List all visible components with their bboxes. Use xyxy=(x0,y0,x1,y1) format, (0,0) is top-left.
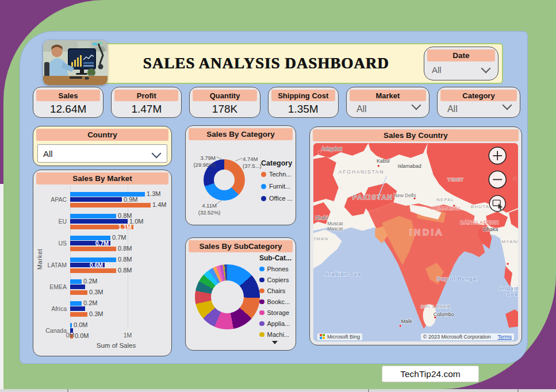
bar-segment[interactable]: 1.1M xyxy=(70,225,133,229)
kpi-label: Quantity xyxy=(193,90,256,101)
map-zoom-in-button[interactable] xyxy=(489,147,506,164)
map-label-afghanistan: AFGHANISTAN xyxy=(339,170,384,175)
bar-value-label: 0.7M xyxy=(95,240,109,247)
kpi-card-sales: Sales12.64M xyxy=(33,87,103,118)
market-category-label: US xyxy=(38,240,70,247)
bar-value-label: 1.1M xyxy=(118,224,132,230)
legend-item-techn[interactable]: Techn... xyxy=(261,171,293,178)
legend-item-furnit[interactable]: Furnit... xyxy=(261,183,293,190)
bar-value-label: 0.8M xyxy=(118,256,132,263)
legend-scroll-down-icon[interactable] xyxy=(272,341,278,344)
bar-value-label: 0.9M xyxy=(124,196,137,203)
bar-segment[interactable]: 0.9M xyxy=(70,197,122,202)
kpi-label: Profit xyxy=(114,90,178,101)
left-edge-strip xyxy=(0,184,3,389)
callout-furniture: 4.11M(32.52%) xyxy=(195,202,224,217)
sales-by-category-card: Sales By Category 3.79M(29.96%) 4.74M(37… xyxy=(185,125,296,225)
map-label-arabian-sea: Arabian Sea xyxy=(325,271,361,277)
kpi-card-profit: Profit1.47M xyxy=(111,87,182,118)
sales-by-category-title: Sales By Category xyxy=(189,128,293,140)
kpi-card-shipping-cost: Shipping Cost1.35M xyxy=(268,87,339,118)
bar-segment[interactable]: 0.3M xyxy=(70,290,87,295)
market-category-label: APAC xyxy=(38,196,70,203)
market-row-eu: EU0.8M1.0M1.1M xyxy=(38,210,169,232)
kpi-value: 178K xyxy=(192,102,257,117)
kpi-value: 12.64M xyxy=(36,102,101,117)
map-label-sea: Sea xyxy=(507,291,518,297)
legend-item-label: Techn... xyxy=(269,171,292,178)
legend-item-machi[interactable]: Machi... xyxy=(259,331,292,338)
page-title: SALES ANALYSIS DASHBOARD xyxy=(119,44,413,83)
country-dropdown[interactable]: All xyxy=(37,144,167,163)
bar-value-label: 0.2M xyxy=(83,278,97,285)
legend-item-chairs[interactable]: Chairs xyxy=(259,287,292,294)
chevron-down-icon[interactable] xyxy=(152,149,162,159)
market-row-africa: Africa0.2M0.3M xyxy=(38,298,169,320)
legend-title: Category xyxy=(261,159,293,167)
map-label-pakistan: PAKISTAN xyxy=(352,194,393,201)
map-label-mal-: Malé xyxy=(401,318,412,324)
bar-segment[interactable]: 0.2M xyxy=(70,279,82,284)
sales-by-country-card: Sales By Country xyxy=(309,126,522,345)
terms-link[interactable]: Terms xyxy=(498,334,512,340)
bar-value-label: 0.8M xyxy=(118,267,132,274)
legend-item-label: Chairs xyxy=(267,287,286,294)
kpi-card-market[interactable]: MarketAll xyxy=(346,87,430,118)
kpi-label: Category xyxy=(440,90,517,101)
chevron-down-icon[interactable] xyxy=(481,64,491,74)
map-label-new-delhi: New Delhi xyxy=(394,193,416,198)
bar-segment[interactable] xyxy=(70,306,85,311)
legend-color-dot xyxy=(259,310,264,316)
map-label-islamabad: Islamabad xyxy=(397,163,421,169)
market-category-label: Africa xyxy=(38,305,70,312)
legend-color-dot xyxy=(259,267,264,272)
brand-watermark: TechTip24.com xyxy=(382,366,479,382)
legend-item-bookc[interactable]: Bookc... xyxy=(259,298,292,305)
bar-segment[interactable]: 0.8M xyxy=(70,247,116,251)
callout-technology: 4.74M(37.5...) xyxy=(243,156,263,170)
map-label-kabul: Kabul xyxy=(377,158,390,164)
subcategory-donut-chart[interactable] xyxy=(195,264,260,329)
bar-segment[interactable]: 0.2M xyxy=(70,301,82,306)
map-zoom-out-button[interactable] xyxy=(489,171,506,189)
legend-item-phones[interactable]: Phones xyxy=(259,266,292,272)
bar-segment[interactable]: 0.8M xyxy=(70,214,116,218)
bar-segment[interactable]: 0.0M xyxy=(70,323,72,328)
country-filter: Country All xyxy=(33,126,172,166)
x-axis-label: Sum of Sales xyxy=(70,342,162,349)
map-city-dot xyxy=(507,263,509,265)
sales-by-subcategory-card: Sales By SubCategory Sub-Cat... PhonesCo… xyxy=(185,237,296,351)
legend-color-dot xyxy=(261,172,266,177)
legend-item-label: Storage xyxy=(267,309,290,316)
legend-item-copiers[interactable]: Copiers xyxy=(259,276,292,283)
bar-value-label: 0.3M xyxy=(89,289,103,295)
bar-segment[interactable]: 0.6M xyxy=(70,263,105,267)
legend-color-dot xyxy=(259,332,264,337)
map-selection-mode-button[interactable] xyxy=(489,195,505,212)
kpi-value: 1.35M xyxy=(271,102,336,117)
bar-segment[interactable]: 0.8M xyxy=(70,268,116,273)
callout-line xyxy=(235,158,242,162)
legend-item-storage[interactable]: Storage xyxy=(259,309,292,316)
map-label-tibet: TIBET xyxy=(447,177,464,182)
date-filter-value[interactable]: All xyxy=(432,65,442,75)
legend-item-label: Applia... xyxy=(267,320,290,327)
map-label-kathmandu: Kathmandu xyxy=(431,205,461,211)
legend-item-office[interactable]: Office ... xyxy=(261,195,293,202)
legend-color-dot xyxy=(261,184,266,189)
legend-item-label: Furnit... xyxy=(269,183,290,190)
legend-item-label: Copiers xyxy=(267,276,289,283)
kpi-label: Market xyxy=(350,90,426,101)
map-label-bay-of-bengal: Bay of Bengal xyxy=(437,275,478,282)
bing-map[interactable]: AshgabatKabulIslamabadAFGHANISTANTIBETPA… xyxy=(313,143,518,341)
kpi-card-category[interactable]: CategoryAll xyxy=(437,87,520,118)
bar-segment[interactable] xyxy=(70,285,85,289)
bar-value-label: 0.6M xyxy=(90,262,103,268)
bar-segment[interactable]: 0.3M xyxy=(70,312,87,317)
market-row-canada: Canada0.0M0.0M xyxy=(38,320,169,341)
bar-segment[interactable]: 1.4M xyxy=(70,203,151,207)
legend-item-label: Machi... xyxy=(267,331,290,338)
bottom-edge-strip xyxy=(0,389,556,392)
legend-item-applia[interactable]: Applia... xyxy=(259,320,292,327)
bar-segment[interactable]: 0.7M xyxy=(70,241,110,245)
